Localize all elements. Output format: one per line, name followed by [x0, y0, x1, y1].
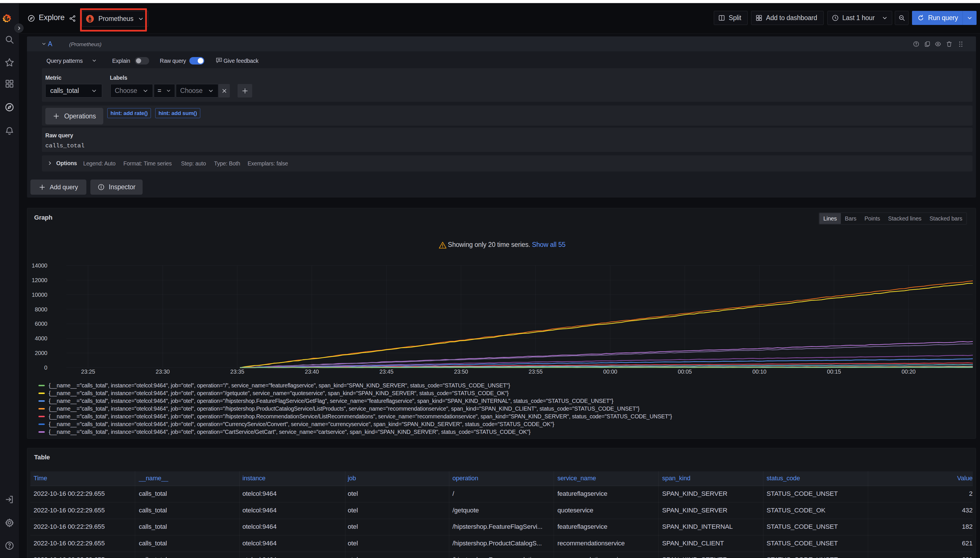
svg-text:00:05: 00:05	[677, 368, 692, 375]
svg-text:23:35: 23:35	[230, 368, 244, 375]
svg-text:00:10: 00:10	[752, 368, 766, 375]
svg-text:8000: 8000	[35, 306, 47, 313]
svg-text:6000: 6000	[35, 320, 47, 327]
svg-text:14000: 14000	[31, 263, 47, 269]
svg-text:23:25: 23:25	[81, 368, 95, 375]
svg-text:10000: 10000	[31, 292, 47, 298]
svg-text:23:40: 23:40	[305, 368, 319, 375]
svg-text:23:50: 23:50	[454, 368, 468, 375]
svg-text:12000: 12000	[31, 277, 47, 283]
svg-text:00:00: 00:00	[603, 368, 617, 375]
svg-text:2000: 2000	[35, 350, 47, 356]
svg-text:23:55: 23:55	[528, 368, 543, 375]
svg-text:23:45: 23:45	[379, 368, 393, 375]
svg-text:23:30: 23:30	[156, 368, 169, 375]
svg-text:4000: 4000	[35, 335, 47, 341]
svg-text:00:15: 00:15	[827, 368, 841, 375]
svg-text:0: 0	[44, 364, 47, 371]
svg-text:00:20: 00:20	[901, 368, 916, 375]
